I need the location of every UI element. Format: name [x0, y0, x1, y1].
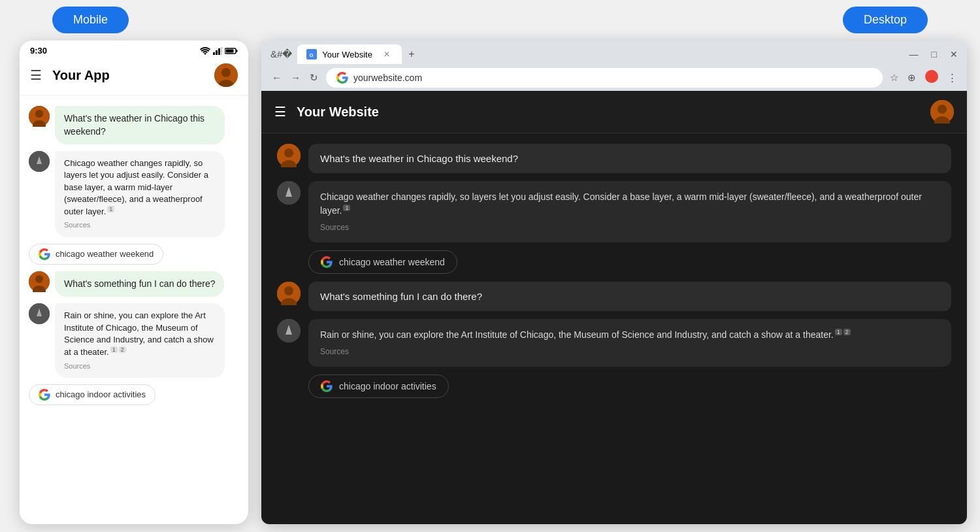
desktop-user-avatar-1 [277, 144, 301, 167]
mobile-status-icons [200, 47, 238, 55]
top-buttons-bar: Mobile Desktop [0, 0, 980, 40]
bot-avatar-small [29, 151, 50, 172]
new-tab-button[interactable]: + [403, 46, 419, 63]
svg-point-8 [221, 68, 231, 77]
website-title: Your Website [297, 105, 379, 120]
google-logo-icon-2 [39, 389, 50, 401]
tab-favicon-icon: G [306, 49, 317, 59]
window-controls: — □ ✕ [906, 48, 962, 61]
website-content: ☰ Your Website [261, 91, 967, 524]
more-options-button[interactable]: ⋮ [944, 69, 960, 86]
mobile-status-bar: 9:30 [20, 41, 248, 58]
bookmark-star-button[interactable]: ☆ [887, 69, 902, 86]
desktop-bot-avatar-1 [277, 181, 301, 205]
footnote-1: 1 [107, 206, 114, 212]
desktop-user-message-2: What's something fun I can do there? [308, 282, 951, 311]
svg-point-11 [35, 110, 43, 118]
user-message-1: What's the weather in Chicago this weeke… [55, 106, 225, 144]
address-right-icons: ☆ ⊕ ⋮ [887, 67, 960, 88]
google-search-pill-1[interactable]: chicago weather weekend [29, 244, 163, 265]
desktop-footnote-2b: 2 [843, 329, 851, 335]
list-item: What's something fun I can do there? [29, 271, 239, 297]
google-logo-icon [39, 248, 50, 260]
mobile-app-title: Your App [52, 68, 214, 83]
mobile-time: 9:30 [30, 46, 47, 56]
svg-rect-2 [218, 48, 220, 55]
signal-icon [213, 47, 222, 55]
mobile-chat-body: What's the weather in Chicago this weeke… [20, 95, 248, 524]
browser-address-bar: ← → ↻ yourwebsite.com ☆ ⊕ ⋮ [261, 64, 967, 91]
minimize-button[interactable]: — [906, 48, 923, 61]
desktop-search-query-2: chicago indoor activities [339, 381, 436, 391]
desktop-bot-message-1: Chicago weather changes rapidly, so laye… [308, 181, 951, 242]
desktop-user-avatar-2 [277, 282, 301, 305]
back-button[interactable]: ← [268, 69, 286, 86]
desktop-bot-message-2: Rain or shine, you can explore the Art I… [308, 319, 951, 367]
bot-message-1: Chicago weather changes rapidly, so laye… [55, 151, 225, 237]
desktop-sources-2: Sources [320, 346, 939, 357]
table-row: What's something fun I can do there? [277, 282, 951, 311]
search-query-2: chicago indoor activities [56, 390, 146, 399]
desktop-search-query-1: chicago weather weekend [339, 257, 445, 267]
user-message-2: What's something fun I can do there? [55, 271, 224, 297]
mobile-button[interactable]: Mobile [52, 7, 129, 33]
desktop-sources-1: Sources [320, 222, 939, 233]
svg-rect-1 [216, 50, 218, 55]
desktop-panel: &#� G Your Website ✕ + — □ ✕ [261, 41, 967, 524]
table-row: Chicago weather changes rapidly, so laye… [277, 181, 951, 242]
svg-rect-3 [221, 47, 222, 55]
address-bar[interactable]: yourwebsite.com [326, 68, 883, 88]
website-chat-body: What's the weather in Chicago this weeke… [261, 133, 967, 524]
svg-text:G: G [310, 52, 314, 58]
svg-rect-5 [237, 50, 238, 52]
desktop-footnote-2a: 1 [835, 329, 842, 335]
battery-icon [225, 47, 238, 55]
browser-tab-active[interactable]: G Your Website ✕ [297, 44, 402, 64]
svg-rect-6 [226, 49, 234, 52]
sources-label-1: Sources [64, 220, 216, 230]
refresh-button[interactable]: ↻ [306, 69, 322, 86]
table-row: What's the weather in Chicago this weeke… [277, 144, 951, 173]
user-avatar-small [29, 106, 50, 127]
mobile-panel: 9:30 ☰ Your App [20, 41, 248, 524]
bot-message-2: Rain or shine, you can explore the Art I… [55, 303, 225, 377]
list-item: What's the weather in Chicago this weeke… [29, 106, 239, 144]
bot-avatar-small-2 [29, 303, 50, 324]
extension-button[interactable]: ⊕ [904, 69, 919, 86]
browser-chrome: &#� G Your Website ✕ + — □ ✕ [261, 41, 967, 91]
footnote-2a: 1 [110, 346, 118, 353]
desktop-user-message-1: What's the weather in Chicago this weeke… [308, 144, 951, 173]
desktop-google-logo-2 [321, 380, 333, 392]
table-row: Rain or shine, you can explore the Art I… [277, 319, 951, 367]
desktop-button[interactable]: Desktop [843, 7, 928, 33]
website-user-avatar[interactable] [930, 100, 954, 124]
browser-tabs-bar: &#� G Your Website ✕ + — □ ✕ [261, 41, 967, 64]
user-avatar-small-2 [29, 271, 50, 292]
close-button[interactable]: ✕ [946, 48, 962, 61]
nav-icons: ← → ↻ [268, 69, 322, 86]
website-hamburger-icon[interactable]: ☰ [274, 104, 286, 120]
list-item: Rain or shine, you can explore the Art I… [29, 303, 239, 377]
wifi-icon [200, 47, 210, 55]
desktop-bot-avatar-2 [277, 319, 301, 342]
tab-title: Your Website [322, 50, 372, 59]
profile-button[interactable] [922, 67, 941, 88]
url-text: yourwebsite.com [353, 73, 422, 83]
list-item: Chicago weather changes rapidly, so laye… [29, 151, 239, 237]
tab-close-button[interactable]: ✕ [381, 48, 393, 60]
maximize-button[interactable]: □ [928, 48, 941, 61]
search-query-1: chicago weather weekend [56, 249, 154, 259]
mobile-user-avatar[interactable] [214, 63, 238, 87]
address-google-icon [336, 72, 348, 84]
browser-back-nav[interactable]: &#� [267, 46, 296, 63]
desktop-search-pill-1[interactable]: chicago weather weekend [308, 250, 457, 274]
svg-point-16 [35, 275, 43, 283]
hamburger-icon[interactable]: ☰ [30, 67, 42, 83]
svg-rect-0 [213, 52, 215, 55]
sources-label-2: Sources [64, 361, 216, 371]
website-header: ☰ Your Website [261, 91, 967, 133]
desktop-search-pill-2[interactable]: chicago indoor activities [308, 374, 449, 398]
desktop-footnote-1: 1 [343, 205, 350, 211]
forward-button[interactable]: → [287, 69, 304, 86]
google-search-pill-2[interactable]: chicago indoor activities [29, 384, 155, 405]
